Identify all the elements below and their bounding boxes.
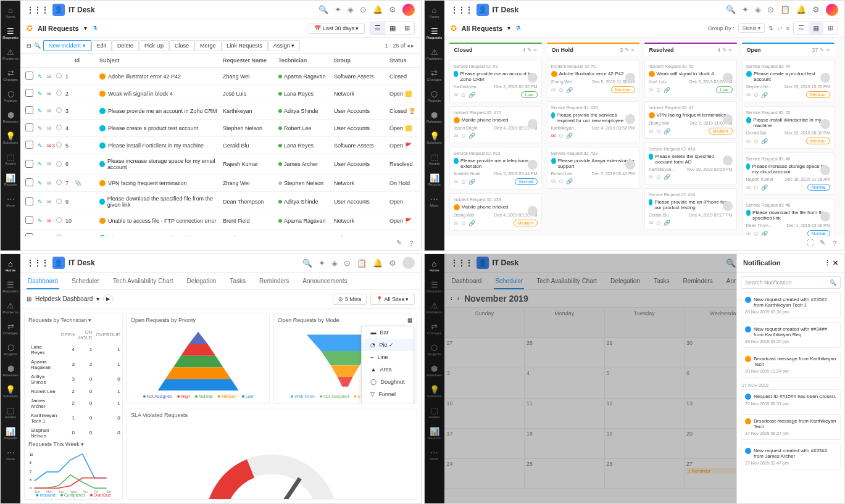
sidebar-item-assets[interactable]: ⬚Assets [428,152,441,165]
calendar-cell[interactable]: 18 [525,429,605,459]
sidebar-item-requests[interactable]: ☰Requests [428,280,441,292]
clock-icon[interactable]: ⊙ [461,220,466,226]
notification-item[interactable]: Broadcast message from Karthikeyan Tech2… [741,352,841,378]
sidebar-item-requests[interactable]: ☰Requests [428,27,441,39]
notification-item[interactable]: New request created with ##33## from Jam… [741,444,841,469]
more-icon[interactable]: ≡ [728,47,731,53]
view-title[interactable]: All Requests [462,25,503,32]
mail-icon[interactable]: ✉ [649,220,654,226]
sidebar-item-projects[interactable]: ⬡Projects [4,89,17,102]
kanban-card[interactable]: Service Request ID: #38 Please provide t… [547,101,639,143]
kanban-card[interactable]: Incident Request ID: #7 VPN facing frequ… [644,101,737,139]
pick-up-button[interactable]: Pick Up [139,40,169,51]
mail-icon[interactable]: ✉ [47,108,56,114]
notification-search[interactable]: Search Notification🔍 [741,276,841,289]
tab-tasks[interactable]: Tasks [228,274,247,289]
clock-icon[interactable]: ⊙ [461,179,466,185]
sidebar-item-changes[interactable]: ⇄Changes [428,68,441,81]
column-header[interactable] [56,57,65,64]
calendar-cell[interactable]: 25 [525,459,605,489]
sidebar-item-home[interactable]: ⌂Home [428,6,441,18]
tab-delegation[interactable]: Delegation [186,274,218,289]
delete-button[interactable]: Delete [112,40,139,51]
calendar-cell[interactable]: 11 [525,399,605,429]
sidebar-item-home[interactable]: ⌂Home [4,259,17,271]
kanban-card[interactable]: Service Request ID: #5 Please install Wi… [742,106,835,149]
mail-icon[interactable]: ✉ [746,184,751,191]
merge-button[interactable]: Merge [194,40,222,51]
sidebar-item-requests[interactable]: ☰Requests [4,280,17,292]
bell-icon[interactable]: 🔔 [796,5,806,14]
group-by-select[interactable]: Status ▾ [738,23,765,33]
edit-icon[interactable]: ✎ [38,108,47,114]
user-avatar[interactable] [402,257,415,269]
edit-icon[interactable]: ✎ [38,218,47,224]
sidebar-item-releases[interactable]: ⬢Releases [4,364,17,376]
list-view-icon[interactable]: ☰ [370,22,385,34]
sidebar-item-more[interactable]: ⋯More [4,194,17,207]
sidebar-item-more[interactable]: ⋯More [4,448,17,460]
tab-dashboard[interactable]: Dashboard [451,274,483,289]
apps-grid-icon[interactable]: ⋮⋮⋮ [27,258,49,267]
kanban-card[interactable]: Service Request ID: #24 Please provide m… [644,188,737,230]
notification-item[interactable]: New request created with ##35## from Kar… [741,292,841,318]
kanban-card[interactable]: Incident Request ID: #38 Mobile phone br… [449,193,542,231]
column-header[interactable] [25,57,38,64]
sidebar-item-requests[interactable]: ☰Requests [4,27,17,39]
edit-icon[interactable]: ✎ [38,161,47,167]
apps-grid-icon[interactable]: ⋮⋮⋮ [27,6,49,14]
flag-icon[interactable] [56,142,62,147]
table-row[interactable]: ✎ ✉ 2 Weak wifi signal in block 4 José L… [20,85,421,102]
clock-icon[interactable]: ⊙ [656,174,661,180]
edit-icon[interactable]: ✎ [38,91,47,97]
sidebar-item-more[interactable]: ⋯More [428,194,441,207]
close-button[interactable]: Close [169,40,194,51]
apps-grid-icon[interactable]: ⋮⋮⋮ [451,258,473,267]
search-in-table-icon[interactable]: 🔍 [34,43,41,49]
chevron-down-icon[interactable]: ▾ [84,25,87,31]
diamond-icon[interactable]: ◈ [348,5,354,14]
calendar-cell[interactable]: 19 [605,429,685,459]
flag-icon[interactable] [56,107,62,113]
link-icon[interactable]: 🔗 [761,92,768,98]
row-checkbox[interactable] [25,160,33,168]
search-icon[interactable]: 🔍 [318,5,328,14]
link-icon[interactable]: 🔗 [468,133,475,139]
tab-scheduler[interactable]: Scheduler [494,274,524,289]
column-header[interactable] [65,57,75,64]
sidebar-item-solutions[interactable]: 💡Solutions [428,131,441,144]
sidebar-item-releases[interactable]: ⬢Releases [4,110,17,123]
mail-icon[interactable]: ✉ [649,174,654,180]
clock-icon[interactable]: ⊙ [559,133,564,139]
user-avatar[interactable] [826,4,838,16]
column-header[interactable]: Technician [278,57,334,64]
tab-tech-availability-chart[interactable]: Tech Availability Chart [535,274,598,289]
column-header[interactable] [47,57,56,64]
tab-reminders[interactable]: Reminders [258,274,290,289]
play-icon[interactable]: ▶ [103,294,113,304]
link-icon[interactable]: 🔗 [761,231,768,236]
tab-announcements[interactable]: Announcements [301,274,348,289]
edit-icon[interactable]: ✎ [722,47,727,53]
refresh-interval[interactable]: ⊙ 5 Mins [333,294,367,305]
mail-icon[interactable]: ✉3 [47,143,56,149]
expand-icon[interactable]: ⛶ [807,239,814,248]
edit-icon[interactable]: ✎ [38,143,47,149]
mail-icon[interactable]: ✉ [47,161,56,167]
mail-icon[interactable]: ✉ [47,125,56,131]
edit-icon[interactable]: ✎ [820,47,825,53]
tab-dashboard[interactable]: Dashboard [27,274,59,289]
chart-type-pyramid[interactable]: △Pyramid [362,400,413,405]
board-view-icon[interactable]: ▦ [809,22,823,34]
edit-icon[interactable]: ✎ [820,239,825,248]
calendar-cell[interactable]: 4 [525,368,605,399]
row-checkbox[interactable] [25,106,33,114]
table-row[interactable]: ✎ ✉ 4 Please create a product test accou… [20,120,421,137]
row-checkbox[interactable] [25,141,33,149]
calendar-cell[interactable]: 10 [445,399,525,429]
list-view-icon[interactable]: ☰ [794,22,809,34]
settings-slider-icon[interactable]: ≡ [786,25,789,31]
diamond-icon[interactable]: ◈ [331,258,338,268]
edit-icon[interactable]: ✎ [38,199,47,205]
sidebar-item-reports[interactable]: 📊Reports [4,427,17,439]
